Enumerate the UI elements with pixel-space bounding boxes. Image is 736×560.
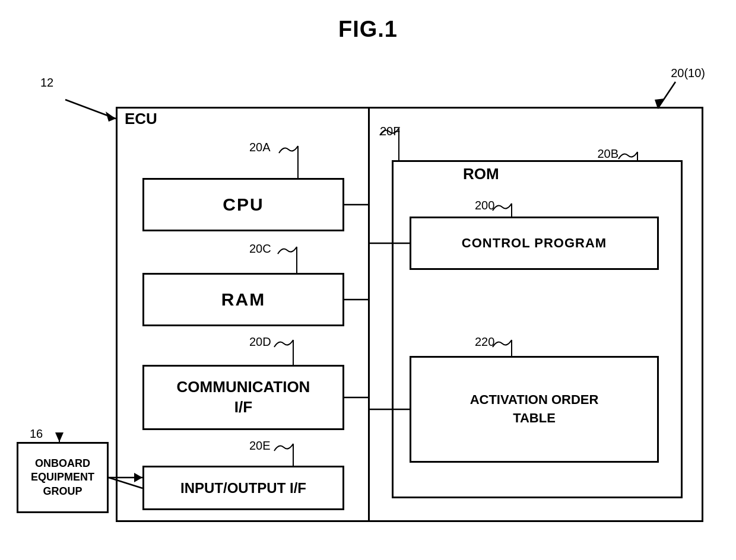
ref-20B: 20B [597,147,618,161]
svg-line-0 [65,100,116,119]
ref-20-10: 20(10) [671,66,705,80]
control-program-box: CONTROL PROGRAM [410,217,659,270]
activation-order-table-label: ACTIVATION ORDER TABLE [470,391,599,428]
ram-box: RAM [142,273,344,326]
io-if-label: INPUT/OUTPUT I/F [180,480,306,497]
ref-20F: 20F [380,125,400,138]
ref-12: 12 [40,76,53,90]
diagram-container: FIG.1 12 20(10) ECU ROM CPU RAM COMMUNIC… [0,0,736,560]
cpu-box: CPU [142,178,344,231]
rom-label: ROM [463,165,499,183]
ref-20C: 20C [249,242,271,256]
ecu-divider [368,107,370,522]
ref-220: 220 [475,335,494,349]
io-if-box: INPUT/OUTPUT I/F [142,466,344,510]
activation-order-table-box: ACTIVATION ORDER TABLE [410,356,659,463]
svg-marker-1 [106,112,116,122]
cpu-label: CPU [223,195,264,215]
comm-if-box: COMMUNICATION I/F [142,365,344,430]
onboard-equipment-group-label: ONBOARD EQUIPMENT GROUP [31,457,94,498]
ecu-label: ECU [125,110,157,128]
ref-20E: 20E [249,439,271,453]
ref-20A: 20A [249,141,271,154]
ref-200: 200 [475,199,494,212]
ref-20D: 20D [249,335,271,349]
comm-if-label: COMMUNICATION I/F [177,377,310,418]
control-program-label: CONTROL PROGRAM [462,236,607,251]
ram-label: RAM [221,289,265,310]
svg-line-2 [658,82,675,109]
svg-marker-21 [55,432,64,442]
fig-title: FIG.1 [338,17,398,42]
onboard-equipment-group-box: ONBOARD EQUIPMENT GROUP [17,442,109,513]
ref-16: 16 [30,427,43,441]
